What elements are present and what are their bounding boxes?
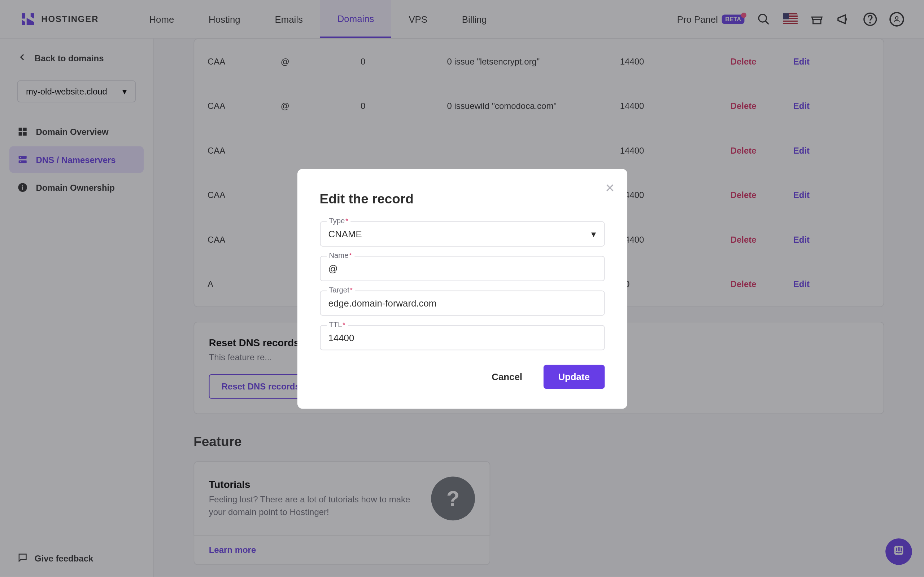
chevron-down-icon: ▾ (591, 228, 596, 239)
edit-record-modal: ✕ Edit the record Type CNAME ▾ Name Targ… (297, 168, 627, 408)
cancel-button[interactable]: Cancel (480, 364, 534, 388)
ttl-label: TTL (326, 320, 348, 328)
close-icon[interactable]: ✕ (605, 180, 615, 195)
target-input[interactable] (320, 290, 604, 316)
update-button[interactable]: Update (544, 364, 604, 388)
name-input[interactable] (320, 256, 604, 281)
type-label: Type (326, 216, 351, 224)
target-label: Target (326, 285, 355, 293)
modal-overlay[interactable]: ✕ Edit the record Type CNAME ▾ Name Targ… (0, 0, 924, 577)
type-select[interactable]: CNAME ▾ (320, 221, 604, 246)
ttl-input[interactable] (320, 324, 604, 350)
modal-title: Edit the record (320, 191, 604, 206)
name-label: Name (326, 251, 354, 259)
type-value: CNAME (328, 228, 362, 239)
